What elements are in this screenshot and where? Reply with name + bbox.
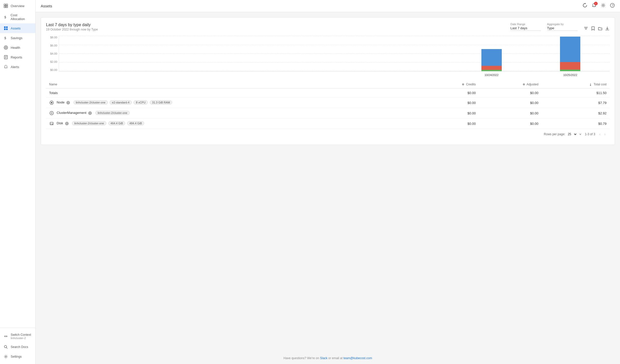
node-adjusted: $0.00 [479, 98, 541, 108]
chart-controls-group: Date Range Last 7 days Aggregate by Type [510, 23, 610, 32]
svg-point-29 [51, 102, 52, 103]
help-icon[interactable]: ? [610, 3, 615, 9]
switch-context-value: linhcluster-2 [11, 337, 31, 340]
chart-plot [59, 36, 610, 71]
sidebar-reports-label: Reports [11, 55, 22, 59]
footer-email-link[interactable]: team@kubecost.com [343, 356, 372, 360]
download-icon[interactable] [605, 26, 610, 32]
chart-col-7 [531, 36, 610, 71]
disk-tags: linhcluster-2/cluster-one 464.4 GiB 484.… [72, 121, 145, 125]
chart-header: Last 7 days by type daily 19 October 202… [46, 23, 610, 32]
chart-col-3 [216, 36, 295, 71]
bar-chart-area: $8.00 $6.00 $4.00 $2.00 $0.00 [46, 36, 610, 77]
assets-icon [4, 26, 8, 31]
sidebar-item-switch-context[interactable]: Switch Context linhcluster-2 [0, 330, 35, 342]
bar-blue-6 [481, 49, 502, 66]
health-icon [4, 45, 8, 50]
table-row-cluster-management[interactable]: ClusterManagement i linhcluster-2/cluste… [46, 108, 610, 118]
col-header-total-cost: Total cost [541, 81, 610, 88]
rows-per-page-select[interactable]: 25 50 100 [567, 132, 577, 136]
x-label-4 [295, 73, 373, 77]
cluster-tags: linhcluster-2/cluster-one [95, 111, 131, 115]
rows-per-page-label: Rows per page: [544, 132, 565, 136]
disk-tag-1: linhcluster-2/cluster-one [72, 121, 106, 125]
date-range-value[interactable]: Last 7 days [510, 26, 541, 31]
bar-red-7 [560, 62, 580, 70]
svg-text:$: $ [4, 15, 6, 19]
x-label-1 [59, 73, 137, 77]
svg-rect-8 [6, 28, 8, 30]
svg-rect-7 [4, 28, 6, 30]
aggregate-by-value[interactable]: Type [547, 26, 578, 31]
svg-rect-1 [6, 4, 8, 6]
page-nav: ‹ › [598, 131, 607, 137]
cost-allocation-icon: $ [4, 15, 8, 19]
col-header-adjusted: Adjusted [479, 81, 541, 88]
svg-line-18 [6, 347, 7, 348]
data-table: Name Credits Adjusted Total cost [46, 81, 610, 129]
total-cost-label: Total cost [594, 83, 607, 86]
gear-icon[interactable] [601, 3, 606, 9]
table-header-row: Name Credits Adjusted Total cost [46, 81, 610, 88]
disk-credits: $0.00 [422, 118, 479, 129]
main-content: Assets 1 ? Last 7 days by type daily [36, 0, 620, 364]
cluster-adjusted: $0.00 [479, 108, 541, 118]
sidebar-overview-label: Overview [11, 4, 24, 8]
notification-icon[interactable]: 1 [592, 3, 597, 9]
cluster-info-icon[interactable]: i [88, 111, 92, 115]
footer-slack-link[interactable]: Slack [320, 356, 327, 360]
next-page-button[interactable]: › [603, 131, 607, 137]
node-credits: $0.00 [422, 98, 479, 108]
sidebar-item-overview[interactable]: Overview [0, 1, 35, 11]
table-row-disk[interactable]: Disk i linhcluster-2/cluster-one 464.4 G… [46, 118, 610, 129]
cluster-credits: $0.00 [422, 108, 479, 118]
bookmark-icon[interactable] [591, 26, 595, 32]
filter-icon[interactable] [584, 26, 588, 32]
svg-text:?: ? [612, 4, 614, 7]
col-header-name: Name [46, 81, 422, 88]
disk-tag-2: 464.4 GiB [108, 121, 125, 125]
disk-name: Disk [57, 121, 63, 125]
sidebar-item-search-docs[interactable]: Search Docs [0, 342, 35, 352]
table-row-node[interactable]: Node i linhcluster-2/cluster-one e2-stan… [46, 98, 610, 108]
chart-title-group: Last 7 days by type daily 19 October 202… [46, 23, 98, 31]
rows-per-page-control: Rows per page: 25 50 100 [544, 132, 582, 136]
prev-page-button[interactable]: ‹ [598, 131, 601, 137]
sidebar-item-alerts[interactable]: Alerts [0, 62, 35, 72]
sidebar-item-settings[interactable]: Settings [0, 352, 35, 361]
table-footer: Rows per page: 25 50 100 1-3 of 3 ‹ › [46, 129, 610, 140]
folder-icon[interactable] [598, 26, 602, 32]
chart-subtitle: 19 October 2022 through now by Type [46, 28, 98, 31]
adjusted-indicator [523, 83, 525, 85]
notification-badge: 1 [594, 2, 598, 5]
bar-stack-6 [481, 49, 502, 71]
date-range-control: Date Range Last 7 days [510, 23, 541, 31]
disk-row-icon [49, 121, 54, 126]
disk-info-icon[interactable]: i [65, 122, 69, 125]
node-tag-4: 31.3 GiB RAM [150, 100, 172, 104]
cluster-name: ClusterManagement [57, 111, 86, 115]
chart-action-buttons [584, 26, 610, 32]
sidebar-settings-label: Settings [11, 355, 22, 358]
node-info-icon[interactable]: i [66, 101, 70, 104]
x-label-3 [216, 73, 295, 77]
disk-name-cell: Disk i linhcluster-2/cluster-one 464.4 G… [46, 118, 422, 129]
sidebar-item-savings[interactable]: $ Savings [0, 33, 35, 43]
chart-col-5 [374, 36, 452, 71]
credits-label: Credits [466, 83, 476, 86]
sidebar-item-assets[interactable]: Assets [0, 23, 35, 33]
sidebar-item-health[interactable]: Health [0, 43, 35, 52]
refresh-icon[interactable] [582, 3, 587, 9]
svg-rect-3 [6, 6, 8, 8]
chevron-down-icon [579, 133, 582, 136]
sidebar-item-reports[interactable]: Reports [0, 52, 35, 62]
switch-context-label: Switch Context [11, 333, 31, 337]
bar-blue-7 [560, 37, 580, 62]
x-label-2 [137, 73, 216, 77]
topbar-actions: 1 ? [582, 3, 615, 9]
sidebar-item-cost-allocation[interactable]: $ Cost Allocation [0, 11, 35, 23]
search-docs-icon [4, 345, 8, 349]
cluster-name-cell: ClusterManagement i linhcluster-2/cluste… [46, 108, 422, 118]
bar-green-6 [481, 70, 502, 71]
bar-green-7 [560, 70, 580, 71]
